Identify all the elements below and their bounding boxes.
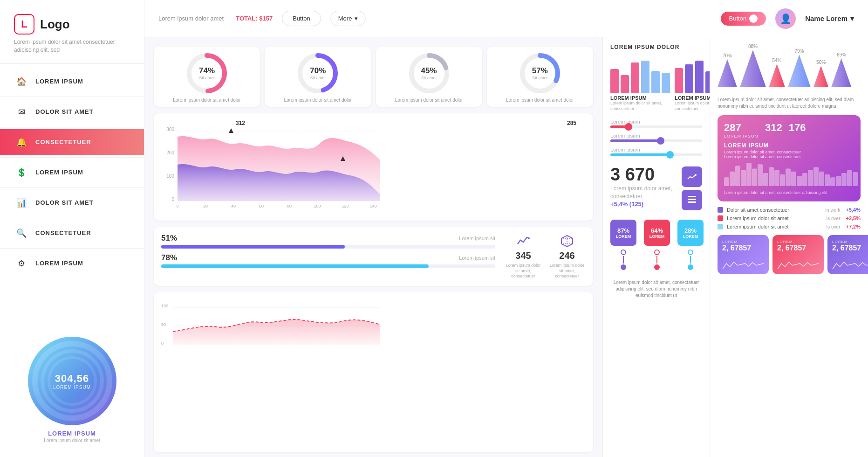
bar-chart-mini-2	[675, 56, 710, 93]
sidebar-item-3[interactable]: 💲 LOREM IPSUM	[0, 159, 144, 186]
donut-card-3: 57% Sit amet Lorem ipsum dolor sit amet …	[487, 47, 593, 107]
chevron-down-icon: ▾	[355, 15, 358, 22]
legend-item-2: Lorem ipsum dolor sit amet Is over +7,2%	[718, 224, 861, 229]
legend-dot-0	[718, 207, 723, 213]
legend-item-1: Lorem ipsum dolor sit amet Is over +2,5%	[718, 215, 861, 221]
sidebar-item-1[interactable]: ✉ DOLOR SIT AMET	[0, 99, 144, 125]
toggle-button[interactable]: Button	[721, 12, 766, 26]
stat-desc-0: Lorem ipsum dolor sit amet, consectetuer	[505, 263, 542, 279]
triangle-item-5: 69%	[831, 52, 851, 87]
gcard-bar-2	[735, 166, 740, 186]
donut-wrap-1: 70% Sit amet	[297, 52, 339, 94]
svg-marker-37	[740, 50, 766, 87]
triangle-item-1: 88%	[740, 44, 766, 87]
content-right: LOREM IPSUM DOLOR LOREM IPSUM Lorem ipsu…	[602, 37, 710, 457]
peak1-label: 312	[236, 120, 245, 126]
svg-point-0	[35, 344, 109, 418]
svg-marker-40	[813, 66, 828, 87]
triangle-svg-5	[831, 58, 851, 87]
svg-rect-35	[688, 201, 696, 203]
bar-1	[685, 64, 693, 93]
triangle-svg-0	[718, 59, 737, 87]
slider-thumb-0[interactable]	[625, 123, 632, 131]
bar-group: LOREM IPSUM Lorem ipsum dolor sit amet, …	[610, 56, 702, 111]
logo-icon: L	[14, 14, 34, 35]
donut-sit-0: Sit amet	[199, 76, 215, 80]
msc-num-0: 2, 67857	[722, 244, 764, 252]
slider-label-0: Lorem ipsum	[610, 119, 702, 125]
logo-area: L Logo Lorem ipsum dolor sit amet consec…	[0, 14, 144, 64]
gcard-bar-5	[752, 169, 757, 187]
legend-badge-2: Is over	[826, 224, 840, 229]
gcard-bar-9	[774, 170, 779, 186]
sidebar-item-5[interactable]: 🔍 CONSECTETUER	[0, 220, 144, 246]
progress-pct-1: 78%	[161, 253, 177, 263]
sidebar-item-0[interactable]: 🏠 LOREM IPSUM	[0, 69, 144, 95]
gradient-card-nums: 287 LOREM IPSUM 312 176	[724, 122, 854, 138]
nav-icon-1: ✉	[16, 106, 27, 118]
slider-track-1[interactable]	[610, 139, 702, 142]
triangle-item-4: 50%	[813, 60, 828, 87]
legend-badge-0: In work	[825, 208, 840, 213]
right-panel-title: LOREM IPSUM DOLOR	[610, 44, 702, 50]
sidebar-item-4[interactable]: 📊 DOLOR SIT AMET	[0, 190, 144, 216]
button-btn[interactable]: Button	[282, 11, 321, 26]
donut-wrap-3: 57% Sit amet	[519, 52, 561, 94]
legend-value-1: +2,5%	[846, 215, 861, 221]
donut-pct-0: 74%	[199, 66, 215, 76]
legend-value-0: +5,4%	[846, 207, 861, 213]
slider-thumb-2[interactable]	[666, 151, 674, 159]
svg-text:0: 0	[176, 204, 178, 208]
progress-bar-fill-0	[161, 245, 345, 249]
legend-row: Dolor sit amet consectetuer In work +5,4…	[718, 207, 861, 229]
slider-track-0[interactable]	[610, 125, 702, 128]
progress-row: 51% Lorem ipsum sit 78% Lorem ipsum sit …	[154, 227, 593, 286]
gcard-bar-13	[797, 176, 802, 186]
line-chart-card: 100 50 0	[154, 292, 593, 452]
slider-track-2[interactable]	[610, 153, 702, 156]
peak2-label: 285	[567, 120, 576, 126]
gcard-bar-3	[741, 170, 746, 186]
sidebar-item-6[interactable]: ⚙ LOREM IPSUM	[0, 250, 144, 277]
gcard-num-0: 287 LOREM IPSUM	[724, 122, 759, 138]
legend-text-1: Lorem ipsum dolor sit amet	[727, 215, 822, 221]
donut-sit-3: Sit amet	[532, 76, 548, 80]
svg-text:0: 0	[161, 341, 164, 346]
stat-num-0: 345	[515, 250, 531, 261]
funnel-pct-0: 87% LOREM	[610, 220, 636, 246]
nav-icon-2: 🔔	[16, 137, 27, 148]
bar-2	[631, 62, 639, 93]
bar-1	[621, 75, 629, 93]
msc-lbl-2: LOREM	[832, 240, 868, 244]
svg-text:50: 50	[161, 322, 166, 327]
slider-0: Lorem ipsum	[610, 119, 702, 128]
peak1-marker	[229, 128, 233, 133]
bar-label-1: LOREM IPSUM	[610, 95, 670, 101]
donut-desc-0: Lorem ipsum dolor sit amet dolor	[173, 97, 241, 103]
gcard-bar-10	[780, 174, 785, 186]
svg-text:100: 100	[314, 204, 321, 208]
triangle-item-2: 54%	[769, 58, 785, 87]
slider-fill-2	[610, 153, 670, 156]
slider-fill-1	[610, 139, 661, 142]
triangle-pct-5: 69%	[837, 52, 846, 57]
bar-0	[675, 68, 683, 93]
chevron-down-icon: ▾	[850, 14, 854, 23]
progress-bar-bg-0	[161, 245, 495, 249]
gcard-bar-7	[763, 173, 768, 186]
slider-thumb-1[interactable]	[657, 137, 664, 145]
gcard-bar-4	[746, 163, 752, 186]
gcard-foot: Lorem ipsum dolor sit amet, consectetuer…	[724, 190, 854, 195]
funnel-desc: Lorem ipsum dolor sit amet, consectetuer…	[610, 279, 702, 299]
gcard-title: LOREM IPSUM	[724, 142, 801, 149]
sidebar-item-2[interactable]: 🔔 CONSECTETUER	[0, 129, 144, 155]
svg-text:40: 40	[231, 204, 236, 208]
legend-text-2: Lorem ipsum dolor sit amet	[727, 224, 822, 229]
bar-chart-mini-1	[610, 56, 670, 93]
more-button[interactable]: More ▾	[330, 11, 366, 26]
legend-badge-1: Is over	[826, 216, 840, 221]
donut-wrap-0: 74% Sit amet	[186, 52, 228, 94]
msc-lbl-1: LOREM	[777, 240, 819, 244]
svg-point-1	[42, 351, 102, 411]
donut-pct-3: 57%	[532, 66, 548, 76]
